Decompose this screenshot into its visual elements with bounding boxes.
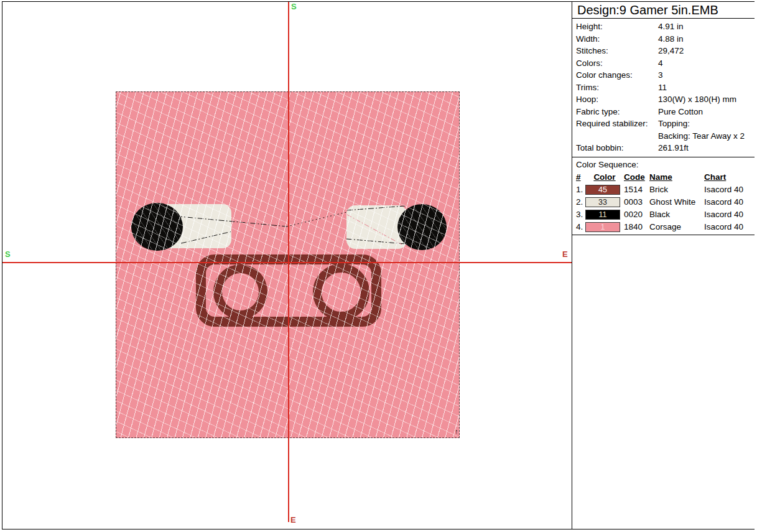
color-sequence-row: 4. 1 1840 Corsage Isacord 40 (576, 221, 755, 233)
thread-name: Black (649, 208, 704, 221)
col-header-color: Color (593, 170, 615, 184)
thread-code: 0003 (624, 196, 649, 208)
col-header-code: Code (624, 170, 649, 184)
thread-color-swatch[interactable]: 33 (585, 197, 620, 207)
property-row-stabilizer-backing: Backing: Tear Away x 2 (576, 130, 755, 142)
color-sequence-row: 3. 11 0020 Black Isacord 40 (576, 208, 755, 221)
thread-chart: Isacord 40 (704, 221, 755, 233)
property-row-trims: Trims:11 (576, 82, 755, 94)
property-row-stitches: Stitches:29,472 (576, 45, 755, 57)
color-sequence-title: Color Sequence: (576, 159, 755, 170)
property-row-height: Height:4.91 in (576, 21, 755, 33)
thread-chart: Isacord 40 (704, 196, 755, 208)
crosshair-vertical-line (288, 2, 289, 522)
property-row-colors: Colors:4 (576, 57, 755, 70)
design-canvas[interactable]: ↑ S S E E (2, 2, 572, 529)
property-row-fabric-type: Fabric type:Pure Cotton (576, 106, 755, 118)
crosshair-horizontal-line (2, 262, 572, 263)
app-window: ↑ S S E E Design:9 Gamer 5in.EMB Height:… (2, 1, 755, 530)
stitch-end-arrow-icon: ↑ (455, 428, 458, 435)
thread-name: Ghost White (649, 196, 704, 208)
stitch-end-marker-right: E (562, 250, 568, 259)
col-header-num: # (576, 170, 585, 184)
property-row-width: Width:4.88 in (576, 33, 755, 45)
design-title: Design:9 Gamer 5in.EMB (572, 2, 755, 19)
thread-chart: Isacord 40 (704, 184, 755, 196)
color-sequence-header: # Color Code Name Chart (576, 170, 755, 184)
col-header-name: Name (649, 170, 704, 184)
stitch-end-marker-bottom: E (290, 516, 296, 525)
property-row-stabilizer: Required stabilizer:Topping: (576, 118, 755, 130)
property-row-color-changes: Color changes:3 (576, 69, 755, 82)
stitch-start-marker-top: S (291, 2, 297, 11)
stitch-start-marker-left: S (5, 250, 11, 259)
thread-name: Corsage (649, 221, 704, 233)
thread-code: 1840 (624, 221, 649, 233)
thread-name: Brick (649, 184, 704, 196)
property-row-hoop: Hoop:130(W) x 180(H) mm (576, 93, 755, 106)
thread-color-swatch[interactable]: 1 (585, 222, 620, 232)
color-sequence-section: Color Sequence: # Color Code Name Chart … (572, 157, 755, 235)
col-header-chart: Chart (704, 170, 755, 184)
design-properties: Height:4.91 in Width:4.88 in Stitches:29… (572, 19, 755, 157)
thread-color-swatch[interactable]: 45 (585, 185, 620, 195)
color-sequence-row: 2. 33 0003 Ghost White Isacord 40 (576, 196, 755, 208)
thread-color-swatch[interactable]: 11 (585, 210, 620, 220)
thread-code: 1514 (624, 184, 649, 196)
color-sequence-row: 1. 45 1514 Brick Isacord 40 (576, 184, 755, 196)
design-info-panel: Design:9 Gamer 5in.EMB Height:4.91 in Wi… (572, 2, 755, 529)
thread-chart: Isacord 40 (704, 208, 755, 221)
thread-code: 0020 (624, 208, 649, 221)
property-row-total-bobbin: Total bobbin:261.91ft (576, 142, 755, 154)
